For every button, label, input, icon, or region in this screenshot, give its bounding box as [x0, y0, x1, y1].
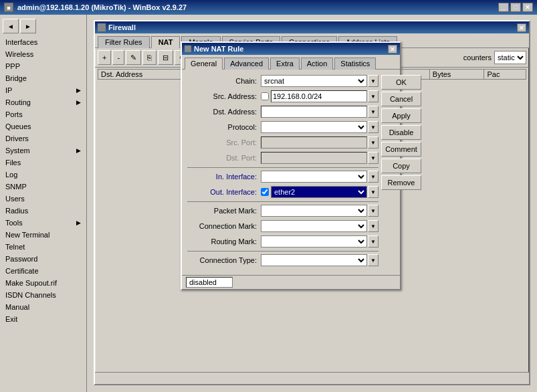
protocol-select-wrap: ▼: [261, 121, 379, 133]
in-interface-label: In. Interface:: [187, 173, 261, 181]
dst-address-input[interactable]: [261, 106, 367, 118]
fw-copy-btn[interactable]: ⎘: [142, 50, 156, 65]
nat-remove-btn[interactable]: Remove: [381, 175, 421, 190]
sidebar-item-interfaces[interactable]: Interfaces: [0, 36, 86, 48]
dst-address-dropdown-btn[interactable]: ▼: [368, 106, 379, 118]
routing-mark-label: Routing Mark:: [187, 237, 261, 246]
minimize-btn[interactable]: _: [498, 3, 509, 12]
firewall-title-bar: Firewall ✕: [95, 21, 529, 33]
nav-forward-btn[interactable]: ►: [20, 19, 36, 33]
out-interface-row: Out. Interface: ether2 ▼: [187, 186, 379, 198]
nat-tab-statistics[interactable]: Statistics: [334, 58, 376, 70]
out-interface-select[interactable]: ether2: [271, 186, 367, 198]
nat-copy-btn[interactable]: Copy: [381, 159, 421, 173]
firewall-close-btn[interactable]: ✕: [517, 23, 526, 32]
connection-type-dropdown-btn[interactable]: ▼: [368, 254, 379, 266]
chain-select[interactable]: srcnat: [261, 75, 367, 87]
sidebar-item-manual[interactable]: Manual: [0, 301, 86, 313]
dst-port-dropdown-btn[interactable]: ▼: [368, 152, 379, 164]
dst-port-label: Dst. Port:: [187, 154, 261, 162]
connection-mark-wrap: ▼: [261, 220, 379, 232]
sidebar-item-wireless[interactable]: Wireless: [0, 48, 86, 60]
nat-tab-general[interactable]: General: [185, 58, 223, 70]
packet-mark-dropdown-btn[interactable]: ▼: [368, 205, 379, 217]
close-btn[interactable]: ✕: [522, 3, 533, 12]
firewall-status-bar: [95, 372, 529, 384]
col-bytes: Bytes: [429, 70, 484, 80]
sidebar-item-new-terminal[interactable]: New Terminal: [0, 229, 86, 241]
sidebar-item-certificate[interactable]: Certificate: [0, 265, 86, 277]
sidebar-item-tools[interactable]: Tools ▶: [0, 217, 86, 229]
connection-type-row: Connection Type: ▼: [187, 254, 379, 266]
sidebar-item-make-supout[interactable]: Make Supout.rif: [0, 277, 86, 289]
routing-mark-dropdown-btn[interactable]: ▼: [368, 235, 379, 248]
col-pac: Pac: [484, 70, 526, 80]
sidebar-item-ip[interactable]: IP ▶: [0, 84, 86, 96]
out-interface-label: Out. Interface:: [187, 188, 261, 196]
tools-arrow-icon: ▶: [76, 219, 81, 226]
fw-paste-btn[interactable]: ⊟: [158, 50, 173, 65]
nat-dialog-icon: [185, 45, 191, 52]
nav-back-btn[interactable]: ◄: [3, 19, 19, 33]
nat-cancel-btn[interactable]: Cancel: [381, 92, 421, 106]
main-layout: ◄ ► Interfaces Wireless PPP Bridge IP ▶ …: [0, 15, 537, 392]
protocol-select[interactable]: [261, 121, 367, 133]
nat-ok-btn[interactable]: OK: [381, 75, 421, 90]
src-address-dropdown-btn[interactable]: ▼: [368, 90, 379, 102]
connection-type-select[interactable]: [261, 254, 367, 266]
sidebar-item-isdn-channels[interactable]: ISDN Channels: [0, 289, 86, 301]
sidebar-item-radius[interactable]: Radius: [0, 205, 86, 217]
sidebar-item-system[interactable]: System ▶: [0, 144, 86, 157]
src-address-input[interactable]: [271, 90, 367, 102]
tab-nat[interactable]: NAT: [151, 36, 181, 48]
out-interface-checkbox[interactable]: [261, 188, 269, 196]
connection-mark-dropdown-btn[interactable]: ▼: [368, 220, 379, 232]
maximize-btn[interactable]: □: [510, 3, 521, 12]
sidebar-item-exit[interactable]: Exit: [0, 313, 86, 325]
routing-arrow-icon: ▶: [76, 99, 81, 106]
routing-mark-select[interactable]: [261, 235, 367, 248]
sidebar-item-users[interactable]: Users: [0, 193, 86, 205]
sidebar-item-bridge[interactable]: Bridge: [0, 72, 86, 84]
in-interface-select[interactable]: [261, 171, 367, 183]
in-interface-dropdown-btn[interactable]: ▼: [368, 171, 379, 183]
sidebar-item-snmp[interactable]: SNMP: [0, 181, 86, 193]
sidebar-item-queues[interactable]: Queues: [0, 120, 86, 132]
tab-filter-rules[interactable]: Filter Rules: [98, 36, 150, 48]
connection-mark-select[interactable]: [261, 220, 367, 232]
src-address-checkbox[interactable]: [261, 92, 269, 100]
fw-add-btn[interactable]: +: [98, 50, 111, 65]
system-arrow-icon: ▶: [76, 147, 81, 154]
src-port-dropdown-btn[interactable]: ▼: [368, 136, 379, 149]
sidebar-item-telnet[interactable]: Telnet: [0, 241, 86, 253]
nat-title-bar: New NAT Rule ✕: [182, 43, 400, 55]
sidebar-item-routing[interactable]: Routing ▶: [0, 96, 86, 108]
sidebar-item-ppp[interactable]: PPP: [0, 60, 86, 72]
packet-mark-select[interactable]: [261, 205, 367, 217]
nat-close-btn[interactable]: ✕: [388, 45, 397, 54]
connection-type-label: Connection Type:: [187, 256, 261, 264]
ip-arrow-icon: ▶: [76, 87, 81, 94]
nat-tab-advanced[interactable]: Advanced: [224, 58, 269, 70]
out-interface-dropdown-btn[interactable]: ▼: [368, 186, 379, 198]
sidebar-item-drivers[interactable]: Drivers: [0, 132, 86, 144]
sidebar-item-password[interactable]: Password: [0, 253, 86, 265]
fw-remove-btn[interactable]: -: [112, 50, 124, 65]
sidebar-item-files[interactable]: Files: [0, 157, 86, 169]
nat-apply-btn[interactable]: Apply: [381, 108, 421, 123]
nat-comment-btn[interactable]: Comment: [381, 142, 421, 157]
nat-tab-extra[interactable]: Extra: [270, 58, 300, 70]
fw-filter-select[interactable]: static: [494, 51, 526, 64]
sidebar-item-ports[interactable]: Ports: [0, 108, 86, 120]
chain-dropdown-btn[interactable]: ▼: [368, 75, 379, 87]
app-icon: ■: [4, 3, 13, 12]
protocol-dropdown-btn[interactable]: ▼: [368, 121, 379, 133]
nat-tab-action[interactable]: Action: [301, 58, 334, 70]
content-area: Firewall ✕ Filter Rules NAT Mangle Servi…: [87, 15, 537, 392]
packet-mark-wrap: ▼: [261, 205, 379, 217]
title-bar: ■ admin@192.168.1.20 (MikroTik) - WinBox…: [0, 0, 537, 15]
sidebar-item-log[interactable]: Log: [0, 169, 86, 181]
fw-edit-btn[interactable]: ✎: [126, 50, 141, 65]
firewall-title-text: Firewall: [108, 23, 136, 31]
nat-disable-btn[interactable]: Disable: [381, 125, 421, 140]
